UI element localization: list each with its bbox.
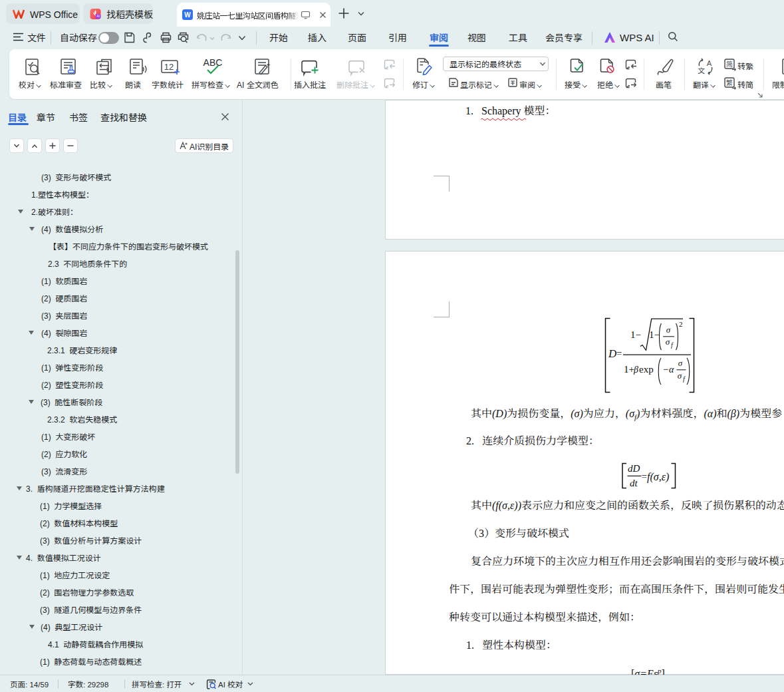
- svg-text:f(σ,ε): f(σ,ε): [647, 471, 669, 483]
- svg-text:σ: σ: [666, 337, 670, 347]
- svg-text:1−: 1−: [630, 329, 641, 340]
- svg-text:A: A: [707, 59, 712, 67]
- svg-text:=: =: [616, 348, 622, 359]
- svg-text:f: f: [683, 375, 686, 383]
- svg-text:=: =: [642, 471, 647, 482]
- svg-text:1−: 1−: [649, 329, 660, 340]
- svg-text:σ: σ: [678, 358, 683, 368]
- svg-text:繁: 繁: [726, 77, 733, 87]
- svg-text:D: D: [608, 347, 617, 360]
- svg-text:dD: dD: [628, 463, 640, 474]
- svg-text:2: 2: [679, 320, 683, 328]
- svg-text:σ: σ: [666, 325, 671, 335]
- svg-text:文: 文: [698, 65, 705, 75]
- svg-text:α: α: [669, 365, 674, 375]
- svg-text:−: −: [663, 364, 668, 375]
- svg-text:1+: 1+: [624, 364, 634, 375]
- svg-text:dt: dt: [630, 478, 638, 488]
- svg-text:ABC: ABC: [203, 57, 223, 68]
- svg-text:f: f: [671, 341, 674, 349]
- svg-text:简: 简: [726, 59, 733, 69]
- svg-text:12: 12: [164, 62, 174, 72]
- svg-text:β: β: [633, 365, 638, 375]
- svg-text:exp: exp: [639, 364, 654, 375]
- svg-text:σ: σ: [678, 371, 682, 381]
